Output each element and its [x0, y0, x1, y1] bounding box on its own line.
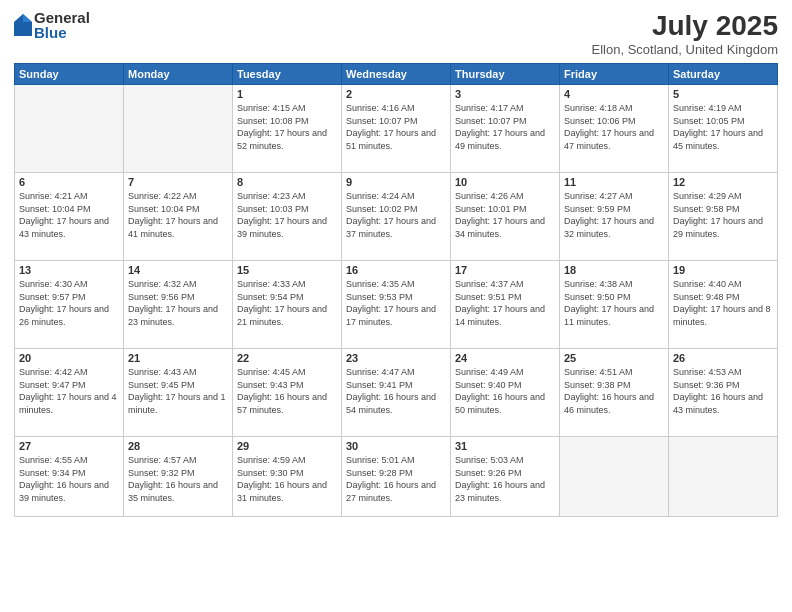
day-info: Sunrise: 4:51 AM Sunset: 9:38 PM Dayligh… — [564, 366, 664, 416]
table-row: 6Sunrise: 4:21 AM Sunset: 10:04 PM Dayli… — [15, 173, 124, 261]
day-number: 18 — [564, 264, 664, 276]
table-row: 31Sunrise: 5:03 AM Sunset: 9:26 PM Dayli… — [451, 437, 560, 517]
day-number: 22 — [237, 352, 337, 364]
day-number: 4 — [564, 88, 664, 100]
day-number: 2 — [346, 88, 446, 100]
day-number: 10 — [455, 176, 555, 188]
day-number: 15 — [237, 264, 337, 276]
day-info: Sunrise: 5:03 AM Sunset: 9:26 PM Dayligh… — [455, 454, 555, 504]
col-wednesday: Wednesday — [342, 64, 451, 85]
day-info: Sunrise: 4:22 AM Sunset: 10:04 PM Daylig… — [128, 190, 228, 240]
table-row: 22Sunrise: 4:45 AM Sunset: 9:43 PM Dayli… — [233, 349, 342, 437]
day-info: Sunrise: 4:16 AM Sunset: 10:07 PM Daylig… — [346, 102, 446, 152]
calendar-header-row: Sunday Monday Tuesday Wednesday Thursday… — [15, 64, 778, 85]
table-row: 14Sunrise: 4:32 AM Sunset: 9:56 PM Dayli… — [124, 261, 233, 349]
table-row: 21Sunrise: 4:43 AM Sunset: 9:45 PM Dayli… — [124, 349, 233, 437]
col-friday: Friday — [560, 64, 669, 85]
day-info: Sunrise: 4:55 AM Sunset: 9:34 PM Dayligh… — [19, 454, 119, 504]
day-info: Sunrise: 4:35 AM Sunset: 9:53 PM Dayligh… — [346, 278, 446, 328]
day-number: 14 — [128, 264, 228, 276]
day-number: 20 — [19, 352, 119, 364]
table-row: 19Sunrise: 4:40 AM Sunset: 9:48 PM Dayli… — [669, 261, 778, 349]
table-row: 2Sunrise: 4:16 AM Sunset: 10:07 PM Dayli… — [342, 85, 451, 173]
day-info: Sunrise: 4:47 AM Sunset: 9:41 PM Dayligh… — [346, 366, 446, 416]
logo-blue-text: Blue — [34, 25, 90, 40]
table-row: 17Sunrise: 4:37 AM Sunset: 9:51 PM Dayli… — [451, 261, 560, 349]
day-info: Sunrise: 4:33 AM Sunset: 9:54 PM Dayligh… — [237, 278, 337, 328]
day-number: 5 — [673, 88, 773, 100]
day-info: Sunrise: 4:40 AM Sunset: 9:48 PM Dayligh… — [673, 278, 773, 328]
table-row: 25Sunrise: 4:51 AM Sunset: 9:38 PM Dayli… — [560, 349, 669, 437]
calendar-week-row: 6Sunrise: 4:21 AM Sunset: 10:04 PM Dayli… — [15, 173, 778, 261]
day-number: 9 — [346, 176, 446, 188]
day-info: Sunrise: 4:24 AM Sunset: 10:02 PM Daylig… — [346, 190, 446, 240]
table-row: 9Sunrise: 4:24 AM Sunset: 10:02 PM Dayli… — [342, 173, 451, 261]
table-row: 4Sunrise: 4:18 AM Sunset: 10:06 PM Dayli… — [560, 85, 669, 173]
day-number: 29 — [237, 440, 337, 452]
svg-marker-1 — [23, 14, 32, 22]
col-sunday: Sunday — [15, 64, 124, 85]
day-info: Sunrise: 4:59 AM Sunset: 9:30 PM Dayligh… — [237, 454, 337, 504]
day-number: 12 — [673, 176, 773, 188]
day-info: Sunrise: 4:23 AM Sunset: 10:03 PM Daylig… — [237, 190, 337, 240]
day-number: 23 — [346, 352, 446, 364]
col-tuesday: Tuesday — [233, 64, 342, 85]
table-row: 16Sunrise: 4:35 AM Sunset: 9:53 PM Dayli… — [342, 261, 451, 349]
table-row: 23Sunrise: 4:47 AM Sunset: 9:41 PM Dayli… — [342, 349, 451, 437]
day-number: 13 — [19, 264, 119, 276]
table-row — [669, 437, 778, 517]
table-row: 1Sunrise: 4:15 AM Sunset: 10:08 PM Dayli… — [233, 85, 342, 173]
day-number: 24 — [455, 352, 555, 364]
logo-icon — [14, 14, 32, 36]
day-number: 17 — [455, 264, 555, 276]
day-info: Sunrise: 4:26 AM Sunset: 10:01 PM Daylig… — [455, 190, 555, 240]
page: General Blue July 2025 Ellon, Scotland, … — [0, 0, 792, 612]
table-row: 15Sunrise: 4:33 AM Sunset: 9:54 PM Dayli… — [233, 261, 342, 349]
day-info: Sunrise: 4:29 AM Sunset: 9:58 PM Dayligh… — [673, 190, 773, 240]
day-number: 26 — [673, 352, 773, 364]
calendar-title: July 2025 — [592, 10, 778, 42]
calendar-week-row: 27Sunrise: 4:55 AM Sunset: 9:34 PM Dayli… — [15, 437, 778, 517]
logo: General Blue — [14, 10, 90, 40]
day-info: Sunrise: 4:15 AM Sunset: 10:08 PM Daylig… — [237, 102, 337, 152]
day-number: 8 — [237, 176, 337, 188]
calendar-week-row: 13Sunrise: 4:30 AM Sunset: 9:57 PM Dayli… — [15, 261, 778, 349]
day-number: 11 — [564, 176, 664, 188]
day-info: Sunrise: 4:27 AM Sunset: 9:59 PM Dayligh… — [564, 190, 664, 240]
day-number: 27 — [19, 440, 119, 452]
header: General Blue July 2025 Ellon, Scotland, … — [14, 10, 778, 57]
day-info: Sunrise: 4:18 AM Sunset: 10:06 PM Daylig… — [564, 102, 664, 152]
table-row: 30Sunrise: 5:01 AM Sunset: 9:28 PM Dayli… — [342, 437, 451, 517]
table-row: 8Sunrise: 4:23 AM Sunset: 10:03 PM Dayli… — [233, 173, 342, 261]
day-number: 30 — [346, 440, 446, 452]
table-row: 13Sunrise: 4:30 AM Sunset: 9:57 PM Dayli… — [15, 261, 124, 349]
col-monday: Monday — [124, 64, 233, 85]
day-info: Sunrise: 4:49 AM Sunset: 9:40 PM Dayligh… — [455, 366, 555, 416]
day-info: Sunrise: 4:53 AM Sunset: 9:36 PM Dayligh… — [673, 366, 773, 416]
calendar-week-row: 1Sunrise: 4:15 AM Sunset: 10:08 PM Dayli… — [15, 85, 778, 173]
day-number: 6 — [19, 176, 119, 188]
day-number: 16 — [346, 264, 446, 276]
day-info: Sunrise: 4:37 AM Sunset: 9:51 PM Dayligh… — [455, 278, 555, 328]
logo-general-text: General — [34, 10, 90, 25]
day-info: Sunrise: 4:42 AM Sunset: 9:47 PM Dayligh… — [19, 366, 119, 416]
table-row: 7Sunrise: 4:22 AM Sunset: 10:04 PM Dayli… — [124, 173, 233, 261]
table-row: 24Sunrise: 4:49 AM Sunset: 9:40 PM Dayli… — [451, 349, 560, 437]
day-info: Sunrise: 5:01 AM Sunset: 9:28 PM Dayligh… — [346, 454, 446, 504]
day-number: 28 — [128, 440, 228, 452]
day-info: Sunrise: 4:45 AM Sunset: 9:43 PM Dayligh… — [237, 366, 337, 416]
table-row: 5Sunrise: 4:19 AM Sunset: 10:05 PM Dayli… — [669, 85, 778, 173]
day-number: 19 — [673, 264, 773, 276]
day-info: Sunrise: 4:19 AM Sunset: 10:05 PM Daylig… — [673, 102, 773, 152]
table-row: 18Sunrise: 4:38 AM Sunset: 9:50 PM Dayli… — [560, 261, 669, 349]
day-info: Sunrise: 4:57 AM Sunset: 9:32 PM Dayligh… — [128, 454, 228, 504]
table-row — [15, 85, 124, 173]
day-number: 7 — [128, 176, 228, 188]
table-row: 20Sunrise: 4:42 AM Sunset: 9:47 PM Dayli… — [15, 349, 124, 437]
table-row: 27Sunrise: 4:55 AM Sunset: 9:34 PM Dayli… — [15, 437, 124, 517]
day-number: 3 — [455, 88, 555, 100]
day-info: Sunrise: 4:43 AM Sunset: 9:45 PM Dayligh… — [128, 366, 228, 416]
table-row — [124, 85, 233, 173]
table-row — [560, 437, 669, 517]
calendar-table: Sunday Monday Tuesday Wednesday Thursday… — [14, 63, 778, 517]
